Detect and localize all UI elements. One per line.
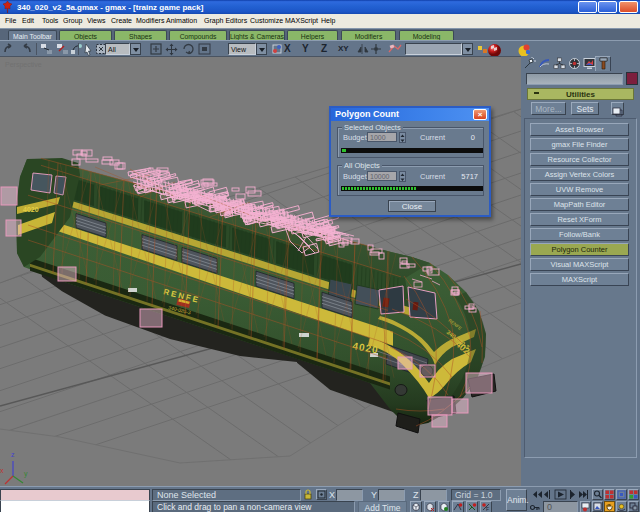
svg-text:F: F: [486, 506, 489, 512]
svg-text:4020: 4020: [23, 206, 39, 213]
svg-text:x: x: [0, 467, 4, 474]
svg-text:y: y: [24, 470, 28, 478]
svg-text:Perspective: Perspective: [5, 61, 42, 69]
svg-text:z: z: [11, 451, 15, 458]
